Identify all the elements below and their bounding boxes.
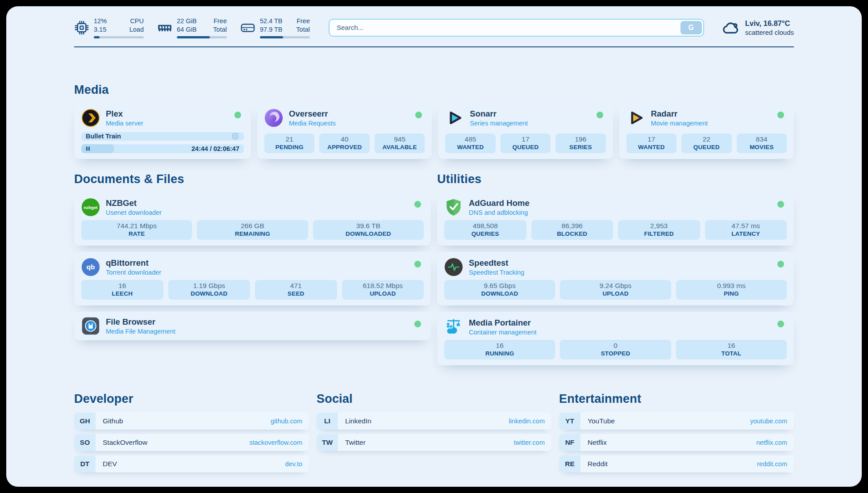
status-dot [234,112,241,118]
cloud-icon [721,18,740,37]
disk-free-value: 52.4 TB [260,17,283,25]
header-divider [74,46,794,47]
bookmark-github[interactable]: GH Github github.com [74,413,309,430]
stat-stopped: 0 STOPPED [560,340,671,359]
app-card-plex[interactable]: Plex Media server Bullet Train [74,103,251,159]
section-title-utilities: Utilities [437,172,794,186]
bookmark-url: stackoverflow.com [250,439,302,446]
app-card-speedtest[interactable]: Speedtest Speedtest Tracking 9.65 Gbps D… [437,252,794,305]
cpu-chip-icon [74,20,89,35]
app-card-adguard[interactable]: AdGuard Home DNS and adblocking 498,508 … [437,192,794,246]
stat-seed: 471 SEED [255,280,337,300]
bookmark-abbr: YT [559,413,580,430]
now-playing-row: Bullet Train [81,132,244,141]
stat-available: 945 AVAILABLE [375,134,425,153]
disk-icon [240,20,255,35]
social-column: Social LI LinkedIn linkedin.com TW Twitt… [317,392,551,455]
stat-download: 9.65 Gbps DOWNLOAD [444,280,555,300]
app-name: qBittorrent [106,258,161,268]
section-title-documents: Documents & Files [74,172,431,186]
bookmark-name: LinkedIn [345,417,371,425]
session-icon[interactable] [231,132,239,140]
status-dot [777,261,784,267]
disk-stat: 52.4 TB 97.9 TB Free Total [240,17,310,38]
app-description: Container management [469,329,537,336]
bookmark-abbr: NF [559,434,580,451]
bookmark-url: linkedin.com [509,418,545,425]
qbittorrent-icon: qb [81,258,100,276]
system-stats: 12% 3.15 CPU Load [74,17,310,38]
overseerr-icon [264,109,283,127]
status-dot [414,321,421,327]
app-card-portainer[interactable]: Media Portainer Container management 16 … [437,312,794,365]
app-description: DNS and adblocking [469,209,530,216]
bookmark-linkedin[interactable]: LI LinkedIn linkedin.com [317,413,551,430]
stat-download: 1.19 Gbps DOWNLOAD [168,280,250,300]
bookmark-name: YouTube [588,417,615,425]
bookmark-netflix[interactable]: NF Netflix netflix.com [559,434,794,451]
app-card-filebrowser[interactable]: File Browser Media File Management [74,312,431,340]
developer-column: Developer GH Github github.com SO StackO… [74,392,309,477]
cpu-progress-fill [94,36,100,38]
status-dot [597,112,603,118]
status-dot [777,201,784,208]
bookmark-youtube[interactable]: YT YouTube youtube.com [559,413,794,430]
status-dot [777,321,784,327]
filebrowser-icon [81,317,100,335]
bookmark-stackoverflow[interactable]: SO StackOverflow stackoverflow.com [74,434,309,451]
bookmark-dev[interactable]: DT DEV dev.to [74,455,309,472]
search-input[interactable] [329,19,704,37]
bookmark-reddit[interactable]: RE Reddit reddit.com [559,455,794,472]
status-dot [777,112,784,118]
portainer-icon [444,318,463,336]
app-card-radarr[interactable]: Radarr Movie management 17 WANTED 22 QUE… [619,103,794,159]
status-dot [414,201,421,208]
documents-column: Documents & Files nzbget NZBGet [74,172,431,347]
stat-leech: 16 LEECH [81,280,163,300]
section-title-social: Social [317,392,551,406]
stat-ping: 0.993 ms PING [676,280,787,300]
bookmark-url: github.com [271,418,302,425]
app-card-sonarr[interactable]: Sonarr Series management 485 WANTED 17 Q… [438,103,613,159]
search-bar: G [329,19,704,37]
cpu-load-value: 3.15 [94,25,107,34]
bookmark-name: Netflix [588,439,607,447]
section-title-entertainment: Entertainment [559,392,794,406]
app-card-nzbget[interactable]: nzbget NZBGet Usenet downloader 744.21 M… [74,192,431,246]
app-description: Media Requests [289,120,336,127]
bookmark-name: DEV [103,460,117,468]
bookmark-name: StackOverflow [103,439,147,447]
app-name: AdGuard Home [469,198,530,208]
weather-widget[interactable]: Lviv, 16.87°C scattered clouds [721,18,794,37]
bookmark-url: twitter.com [514,439,545,446]
sonarr-icon [445,109,464,127]
section-title-media: Media [74,83,794,97]
bookmark-url: reddit.com [757,460,787,468]
status-dot [415,112,422,118]
stat-running: 16 RUNNING [444,340,555,359]
cpu-load-label: Load [129,25,144,34]
media-grid: Plex Media server Bullet Train [74,103,794,159]
bookmark-url: netflix.com [756,439,787,446]
cpu-usage-value: 12% [94,17,107,25]
app-card-overseerr[interactable]: Overseerr Media Requests 21 PENDING 40 A… [257,103,432,159]
app-description: Speedtest Tracking [469,269,524,276]
app-card-qbittorrent[interactable]: qb qBittorrent Torrent downloader 16 LEE… [74,252,431,305]
bookmark-twitter[interactable]: TW Twitter twitter.com [317,434,551,451]
app-description: Movie management [651,120,708,127]
cpu-label: CPU [129,17,144,25]
app-description: Media File Management [106,328,175,335]
search-engine-button[interactable]: G [680,21,702,34]
disk-free-label: Free [296,17,310,25]
memory-free-label: Free [213,17,227,25]
status-dot [414,261,421,267]
stat-upload: 618.52 Mbps UPLOAD [342,280,424,300]
stat-remaining: 266 GB REMAINING [197,220,308,240]
playback-time: 24:44 / 02:06:47 [192,145,239,152]
now-playing-title: Bullet Train [86,133,121,140]
app-name: Plex [106,109,143,119]
app-name: Overseerr [289,109,336,119]
stat-queries: 498,508 QUERIES [444,220,526,240]
memory-stat: 22 GiB 64 GiB Free Total [157,17,227,38]
app-name: Speedtest [469,258,524,268]
